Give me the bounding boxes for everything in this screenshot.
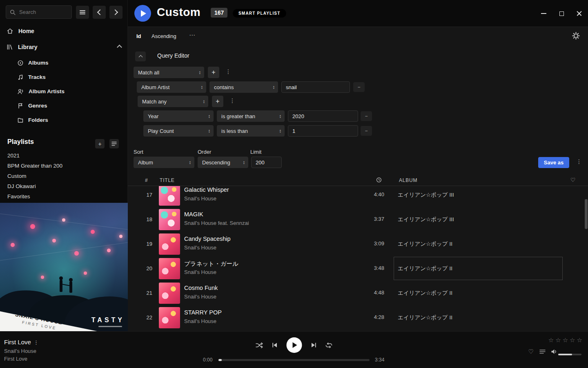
remove-rule-2-button[interactable]: − xyxy=(361,111,372,121)
track-artist: Snail's House xyxy=(184,245,216,251)
volume-icon[interactable] xyxy=(551,349,558,355)
query-editor-collapse-button[interactable] xyxy=(135,52,146,61)
rule-2-operator-select[interactable]: is greater than xyxy=(217,110,285,122)
sidebar-item-folders[interactable]: Folders xyxy=(11,113,122,127)
match-group-1-select[interactable]: Match all xyxy=(134,67,204,78)
sort-select[interactable]: Album xyxy=(134,157,194,168)
back-button[interactable] xyxy=(93,6,106,19)
table-row[interactable]: 20 プラネット・ガール Snail's House 3:48 エイリアン☆ポッ… xyxy=(128,256,588,281)
star-icon-2[interactable]: ☆ xyxy=(555,337,561,344)
track-artist: Snail's House xyxy=(184,318,216,324)
column-header-album[interactable]: ALBUM xyxy=(399,177,417,183)
settings-gear-button[interactable] xyxy=(572,32,580,40)
rule-3-operator-select[interactable]: is less than xyxy=(217,125,285,137)
volume-slider[interactable] xyxy=(558,354,581,355)
playlist-item[interactable]: DJ Okawari xyxy=(0,181,128,191)
track-album-cell: エイリアン☆ポップ II xyxy=(394,257,563,280)
now-playing-title: First Love xyxy=(4,339,31,346)
seek-bar[interactable] xyxy=(218,359,370,361)
sidebar-item-albums[interactable]: Albums xyxy=(11,56,122,70)
rule-3-field-select[interactable]: Play Count xyxy=(143,125,214,137)
total-duration: 3:34 xyxy=(375,357,384,363)
column-header-number[interactable]: # xyxy=(145,177,148,183)
track-number: 19 xyxy=(140,241,152,247)
select-arrows-icon xyxy=(209,114,210,118)
playlist-item[interactable]: 2021 xyxy=(0,150,128,161)
rule-1-value-input[interactable] xyxy=(281,81,350,93)
column-header-title[interactable]: TITLE xyxy=(160,177,175,183)
playlist-list-button[interactable] xyxy=(109,139,119,148)
table-row[interactable]: 19 Candy Spaceship Snail's House 3:09 エイ… xyxy=(128,232,588,256)
sort-order-toggle[interactable]: Ascending xyxy=(151,33,176,39)
save-as-button[interactable]: Save as xyxy=(538,157,569,168)
minimize-icon xyxy=(541,13,546,14)
group-1-menu-button[interactable]: ⋮ xyxy=(225,68,232,75)
play-pause-button[interactable] xyxy=(287,337,302,353)
table-row[interactable]: 17 Galactic Whisper Snail's House 4:40 エ… xyxy=(128,186,588,207)
duration-column-clock-icon[interactable] xyxy=(376,177,382,183)
shuffle-button[interactable] xyxy=(256,342,263,348)
playlist-item[interactable]: Favorites xyxy=(0,191,128,202)
track-album-cell: エイリアン☆ポップ II xyxy=(394,232,563,256)
order-select[interactable]: Descending xyxy=(198,157,248,168)
previous-button[interactable] xyxy=(272,342,278,348)
track-title: Cosmo Funk xyxy=(184,285,218,291)
table-row[interactable]: 22 STARRY POP Snail's House 4:28 エイリアン☆ポ… xyxy=(128,305,588,330)
home-label: Home xyxy=(18,28,34,34)
star-icon-1[interactable]: ☆ xyxy=(548,337,554,344)
remove-rule-3-button[interactable]: − xyxy=(361,126,372,136)
sidebar-item-album-artists[interactable]: Album Artists xyxy=(11,84,122,99)
table-row[interactable]: 21 Cosmo Funk Snail's House 4:48 エイリアン☆ポ… xyxy=(128,281,588,305)
sort-field-toggle[interactable]: Id xyxy=(136,33,141,39)
star-icon-3[interactable]: ☆ xyxy=(563,337,568,344)
lantern xyxy=(41,276,44,279)
sidebar-item-library[interactable]: Library xyxy=(0,40,128,54)
remove-rule-1-button[interactable]: − xyxy=(353,82,365,92)
maximize-button[interactable] xyxy=(557,9,566,18)
star-icon-5[interactable]: ☆ xyxy=(577,337,582,344)
menu-button[interactable] xyxy=(76,6,89,19)
playlist-list: 2021 BPM Greater than 200 Custom DJ Okaw… xyxy=(0,150,128,202)
close-icon xyxy=(576,11,582,17)
favorite-heart-button[interactable]: ♡ xyxy=(528,348,534,355)
limit-input[interactable] xyxy=(251,157,282,168)
search-input[interactable] xyxy=(18,9,68,16)
search-box[interactable] xyxy=(6,5,72,19)
track-artist: Snail's House xyxy=(184,294,216,300)
track-album: エイリアン☆ポップ II xyxy=(398,265,452,272)
sidebar-item-tracks[interactable]: Tracks xyxy=(11,70,122,84)
add-rule-button-1[interactable]: + xyxy=(208,67,219,78)
table-row[interactable]: 18 MAGIK Snail's House feat. Sennzai 3:3… xyxy=(128,207,588,232)
scrollbar-thumb[interactable] xyxy=(585,199,588,229)
sidebar-item-home[interactable]: Home xyxy=(0,24,128,38)
group-2-menu-button[interactable]: ⋮ xyxy=(229,97,236,104)
add-playlist-button[interactable]: + xyxy=(95,139,105,148)
rule-1-field-select[interactable]: Album Artist xyxy=(137,81,206,93)
add-rule-button-2[interactable]: + xyxy=(212,96,223,107)
rule-2-field-select[interactable]: Year xyxy=(143,110,214,122)
track-duration: 3:37 xyxy=(355,216,384,222)
lantern xyxy=(74,251,79,256)
now-playing-menu-button[interactable]: ⋮ xyxy=(33,339,38,346)
playlist-menu-button[interactable]: ⋮ xyxy=(576,158,582,165)
star-icon-4[interactable]: ☆ xyxy=(570,337,575,344)
close-button[interactable] xyxy=(575,9,584,18)
rule-3-value-input[interactable] xyxy=(288,125,358,137)
next-button[interactable] xyxy=(311,342,317,348)
repeat-button[interactable] xyxy=(325,342,333,348)
rule-1-operator-select[interactable]: contains xyxy=(209,81,278,93)
playlist-item[interactable]: BPM Greater than 200 xyxy=(0,161,128,171)
more-options-button[interactable]: ⋯ xyxy=(189,31,195,39)
rule-2-value-input[interactable] xyxy=(288,110,358,122)
play-playlist-button[interactable] xyxy=(134,5,151,22)
sidebar-item-genres[interactable]: Genres xyxy=(11,99,122,113)
favorite-column-heart-icon[interactable]: ♡ xyxy=(570,177,576,183)
library-icon xyxy=(7,44,13,50)
minimize-button[interactable] xyxy=(539,9,548,18)
queue-button[interactable] xyxy=(539,349,546,354)
match-group-2-select[interactable]: Match any xyxy=(138,96,208,107)
lantern xyxy=(52,239,56,242)
playlist-item[interactable]: Custom xyxy=(0,171,128,181)
forward-button[interactable] xyxy=(109,6,122,19)
playlist-name: DJ Okawari xyxy=(7,183,36,189)
